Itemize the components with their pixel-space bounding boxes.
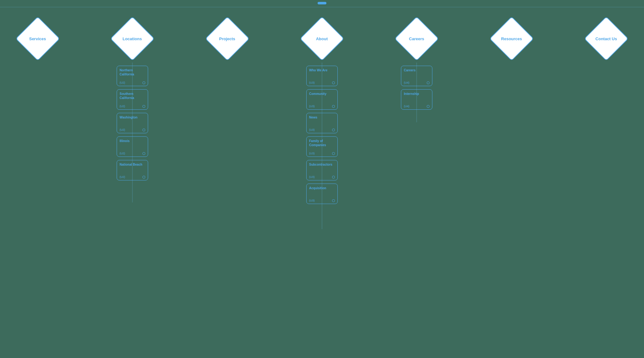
sub-card-uid-about-1: (U3)	[309, 105, 315, 108]
diamond-label-careers: Careers	[409, 36, 424, 41]
sub-card-locations-3[interactable]: Illinois(U2)	[117, 136, 148, 157]
sub-card-uid-careers-0: (U4)	[404, 81, 409, 84]
children-col-about: Who We Are(U3)Community(U3)News(U3)Famil…	[306, 66, 338, 207]
nav-column-locations: LocationsNorthern California(U2)Southern…	[101, 23, 164, 184]
top-divider	[0, 7, 644, 7]
sub-card-dot-locations-0	[142, 81, 145, 84]
diamond-label-projects: Projects	[219, 36, 235, 41]
diamond-node-resources[interactable]: Resources	[496, 23, 527, 59]
sub-card-dot-locations-3	[142, 152, 145, 155]
sub-card-title-careers-1: Internship	[404, 92, 430, 96]
diamond-label-locations: Locations	[123, 36, 142, 41]
sub-card-locations-1[interactable]: Southern California(U2)	[117, 89, 148, 110]
sub-card-title-about-4: Subcontractors	[309, 162, 335, 167]
nav-column-careers: CareersCareers(U4)Internship(U4)	[385, 23, 448, 113]
sub-card-footer-locations-0: (U2)	[119, 81, 145, 84]
sub-card-about-3[interactable]: Family of Companies(U3)	[306, 136, 338, 157]
sub-card-about-2[interactable]: News(U3)	[306, 113, 338, 133]
sub-card-uid-about-0: (U3)	[309, 81, 315, 84]
sub-card-dot-about-0	[332, 81, 335, 84]
sub-card-title-locations-3: Illinois	[119, 139, 145, 143]
sub-card-dot-about-2	[332, 129, 335, 131]
sub-card-careers-1[interactable]: Internship(U4)	[401, 89, 432, 110]
diamond-shape-projects: Projects	[205, 16, 249, 61]
diamond-node-locations[interactable]: Locations	[117, 23, 148, 59]
sub-card-locations-2[interactable]: Washington(U2)	[117, 113, 148, 133]
sub-card-footer-locations-2: (U2)	[119, 128, 145, 131]
sub-card-footer-locations-4: (U2)	[119, 175, 145, 179]
sub-card-careers-0[interactable]: Careers(U4)	[401, 66, 432, 86]
sub-card-dot-locations-1	[142, 105, 145, 108]
sub-card-dot-locations-2	[142, 129, 145, 131]
sub-card-footer-about-5: (U3)	[309, 199, 335, 202]
sub-card-uid-locations-3: (U2)	[119, 152, 125, 155]
sub-card-footer-careers-0: (U4)	[404, 81, 430, 84]
nav-column-about: AboutWho We Are(U3)Community(U3)News(U3)…	[291, 23, 353, 207]
sub-card-about-5[interactable]: Acquisition(U3)	[306, 184, 338, 204]
sub-card-uid-locations-0: (U2)	[119, 81, 125, 84]
sub-card-uid-about-3: (U3)	[309, 152, 315, 155]
sub-card-footer-about-2: (U3)	[309, 128, 335, 131]
sub-card-footer-locations-3: (U2)	[119, 152, 145, 155]
sub-card-uid-locations-4: (U2)	[119, 175, 125, 179]
nav-column-services: Services	[6, 23, 69, 59]
sub-card-title-about-1: Community	[309, 92, 335, 96]
primary-nav-label	[318, 2, 326, 4]
sub-card-dot-careers-1	[427, 105, 430, 108]
sub-card-footer-careers-1: (U4)	[404, 105, 430, 108]
sub-card-uid-about-4: (U3)	[309, 175, 315, 179]
sub-card-title-locations-2: Washington	[119, 115, 145, 119]
main-layout: ServicesLocationsNorthern California(U2)…	[0, 23, 644, 207]
sub-card-title-about-2: News	[309, 115, 335, 119]
diamond-shape-services: Services	[15, 16, 60, 61]
diamond-node-about[interactable]: About	[306, 23, 338, 59]
sub-card-dot-about-1	[332, 105, 335, 108]
sub-card-uid-locations-1: (U2)	[119, 105, 125, 108]
sub-card-footer-about-1: (U3)	[309, 105, 335, 108]
diamond-node-services[interactable]: Services	[22, 23, 53, 59]
children-col-locations: Northern California(U2)Southern Californ…	[117, 66, 148, 184]
sub-card-dot-about-3	[332, 152, 335, 155]
top-nav-bar	[0, 0, 644, 7]
sub-card-title-about-5: Acquisition	[309, 186, 335, 190]
sub-card-uid-careers-1: (U4)	[404, 105, 409, 108]
diamond-node-contact-us[interactable]: Contact Us	[591, 23, 622, 59]
nav-column-projects: Projects	[196, 23, 259, 59]
children-col-careers: Careers(U4)Internship(U4)	[401, 66, 432, 113]
nav-column-resources: Resources	[480, 23, 543, 59]
sub-card-about-4[interactable]: Subcontractors(U3)	[306, 160, 338, 180]
diamond-shape-careers: Careers	[395, 16, 439, 61]
sub-card-footer-locations-1: (U2)	[119, 105, 145, 108]
sub-card-uid-about-5: (U3)	[309, 199, 315, 202]
sub-card-title-careers-0: Careers	[404, 68, 430, 72]
diamond-label-contact-us: Contact Us	[596, 36, 617, 41]
diamond-shape-about: About	[300, 16, 344, 61]
diamond-label-about: About	[316, 36, 328, 41]
sub-card-title-locations-1: Southern California	[119, 92, 145, 100]
sub-card-uid-locations-2: (U2)	[119, 128, 125, 131]
diamond-shape-contact-us: Contact Us	[584, 16, 628, 61]
sub-card-about-1[interactable]: Community(U3)	[306, 89, 338, 110]
sub-card-title-about-0: Who We Are	[309, 68, 335, 72]
diamond-shape-resources: Resources	[489, 16, 534, 61]
sub-card-footer-about-0: (U3)	[309, 81, 335, 84]
diamond-label-resources: Resources	[501, 36, 522, 41]
sub-card-dot-careers-0	[427, 81, 430, 84]
sub-card-uid-about-2: (U3)	[309, 128, 315, 131]
sub-card-title-locations-0: Northern California	[119, 68, 145, 76]
sub-card-dot-about-4	[332, 176, 335, 179]
diamond-label-services: Services	[29, 36, 46, 41]
sub-card-about-0[interactable]: Who We Are(U3)	[306, 66, 338, 86]
sub-card-dot-locations-4	[142, 176, 145, 179]
nav-column-contact-us: Contact Us	[575, 23, 638, 59]
sub-card-dot-about-5	[332, 199, 335, 202]
sub-card-footer-about-3: (U3)	[309, 152, 335, 155]
sub-card-footer-about-4: (U3)	[309, 175, 335, 179]
sub-card-locations-4[interactable]: National Beach(U2)	[117, 160, 148, 180]
sub-card-title-about-3: Family of Companies	[309, 139, 335, 147]
sub-card-title-locations-4: National Beach	[119, 162, 145, 167]
diamond-node-careers[interactable]: Careers	[401, 23, 432, 59]
diamond-shape-locations: Locations	[110, 16, 155, 61]
diamond-node-projects[interactable]: Projects	[212, 23, 243, 59]
sub-card-locations-0[interactable]: Northern California(U2)	[117, 66, 148, 86]
